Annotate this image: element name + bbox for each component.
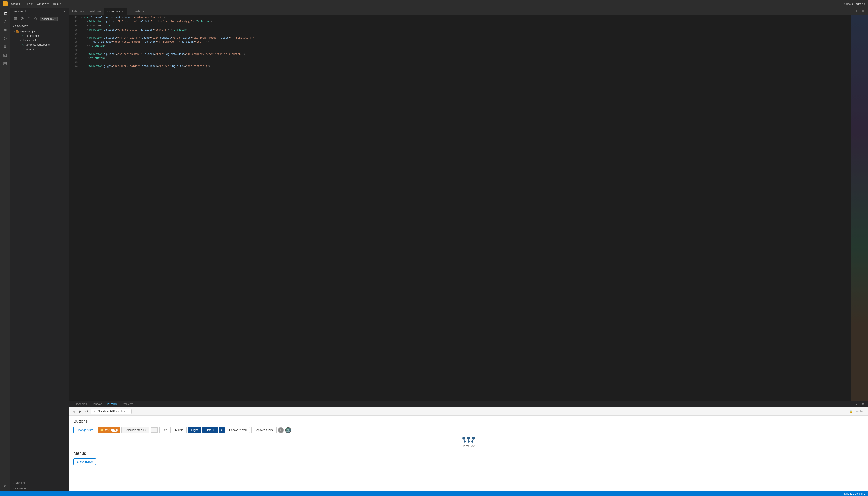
chevron-down-icon: ▾ <box>47 2 49 5</box>
menu-file[interactable]: File ▾ <box>24 1 34 6</box>
bottom-panel-controls: ▲ ✕ <box>854 402 866 406</box>
search-button[interactable] <box>33 16 38 21</box>
code-editor[interactable]: 32 33 34 35 36 37 38 39 40 41 42 43 44 <… <box>69 15 868 401</box>
split-editor-button[interactable] <box>855 9 861 14</box>
sidebar: Workbench ··· <box>10 7 69 491</box>
pencil-avatar: ✏ <box>278 427 284 433</box>
import-expand-icon: › <box>13 482 14 485</box>
more-tabs-button[interactable] <box>861 9 866 14</box>
activity-explorer[interactable] <box>1 9 9 17</box>
preview-selection-menu-button[interactable]: Selection menu ▾ <box>122 427 149 433</box>
menus-section: Menus Show menus <box>74 451 864 465</box>
svg-rect-20 <box>4 62 5 64</box>
import-section[interactable]: › IMPORT <box>10 480 69 486</box>
menu-window[interactable]: Window ▾ <box>35 1 50 6</box>
tab-controller[interactable]: controller.js <box>127 7 147 15</box>
preview-back-button[interactable]: ◀ <box>71 409 76 414</box>
activity-chevrons[interactable] <box>1 482 9 490</box>
line-numbers: 32 33 34 35 36 37 38 39 40 41 42 43 44 <box>69 15 79 401</box>
preview-url-input[interactable] <box>91 409 131 414</box>
preview-right-button[interactable]: Right <box>188 427 201 433</box>
preview-show-menus-button[interactable]: Show menus <box>74 459 96 465</box>
cursor-position: Line 32 : Column 2 <box>844 492 866 495</box>
svg-rect-3 <box>5 12 6 13</box>
preview-forward-button[interactable]: ▶ <box>78 409 83 414</box>
menu-help[interactable]: Help ▾ <box>51 1 63 6</box>
activity-extensions[interactable] <box>1 60 9 67</box>
project-tree: ▾ my-ui-project {·} controller.js ◻ inde… <box>10 28 69 52</box>
tab-console[interactable]: Console <box>89 401 105 407</box>
menus-section-title: Menus <box>74 451 864 456</box>
refresh-button[interactable] <box>26 16 32 21</box>
file-view[interactable]: {·} view.js <box>10 47 69 51</box>
file-icon-controller: {·} <box>20 34 25 37</box>
preview-change-state-button[interactable]: Change state <box>74 427 96 433</box>
preview-default-button[interactable]: Default <box>203 427 218 433</box>
code-line-37: <fd-button dg-label="{{ btnText }}" badg… <box>81 36 849 40</box>
activity-debug[interactable] <box>1 35 9 42</box>
preview-grid-button[interactable] <box>150 427 158 433</box>
code-line-39: </fd-button> <box>81 44 849 48</box>
activity-database[interactable] <box>1 43 9 51</box>
dot <box>468 440 470 443</box>
project-name: my-ui-project <box>20 30 36 33</box>
preview-content: ◀ ▶ ↺ 🔓 Unlocked Buttons <box>69 407 868 491</box>
tab-close-html[interactable]: ✕ <box>121 10 124 13</box>
workspace-selector[interactable]: workspace ▾ <box>40 17 58 21</box>
code-line-36 <box>81 32 849 36</box>
activity-terminal[interactable] <box>1 51 9 59</box>
project-item[interactable]: ▾ my-ui-project <box>10 29 69 34</box>
minimap-preview <box>851 15 868 401</box>
code-line-43 <box>81 60 849 64</box>
svg-line-30 <box>36 19 37 20</box>
folder-icon: 📁 <box>100 429 103 431</box>
filename-html: index.html <box>23 38 36 42</box>
sidebar-projects-section: ▾ PROJECTS ▾ my-ui-project {·} controlle… <box>10 23 69 52</box>
dropdown-arrow-icon: ▾ <box>145 429 146 431</box>
svg-point-39 <box>287 429 289 431</box>
chevron-down-icon: ▾ <box>852 2 853 5</box>
svg-rect-26 <box>15 19 16 20</box>
preview-left-button[interactable]: Left <box>159 427 171 433</box>
dots-row-2 <box>464 440 473 443</box>
svg-point-14 <box>4 46 6 46</box>
preview-popover-sublist-button[interactable]: Popover sublist <box>251 427 277 433</box>
tab-problems[interactable]: Problems <box>119 401 136 407</box>
play-button[interactable] <box>19 16 25 21</box>
panel-close-button[interactable]: ✕ <box>861 402 866 406</box>
admin-menu[interactable]: admin ▾ <box>856 2 866 5</box>
tab-preview[interactable]: Preview <box>105 401 119 407</box>
theme-menu[interactable]: Theme ▾ <box>842 2 853 5</box>
preview-refresh-button[interactable]: ↺ <box>84 409 89 414</box>
filename-template: template-wrapper.js <box>26 43 50 46</box>
preview-split-arrow-button[interactable]: ▾ <box>219 427 225 433</box>
activity-git[interactable] <box>1 26 9 34</box>
svg-rect-2 <box>4 12 5 15</box>
photo-avatar <box>285 427 291 433</box>
activity-search[interactable] <box>1 18 9 25</box>
save-button[interactable] <box>13 16 18 21</box>
bottom-panel-tabs: Properties Console Preview Problems ▲ ✕ <box>69 401 868 407</box>
search-section[interactable]: › SEARCH <box>10 486 69 491</box>
tab-properties[interactable]: Properties <box>72 401 89 407</box>
file-controller[interactable]: {·} controller.js <box>10 34 69 38</box>
tab-html[interactable]: index.html ✕ <box>105 7 127 15</box>
code-line-38: dg-aria-desc="Just testing stuff" dg-typ… <box>81 40 849 44</box>
file-template-wrapper[interactable]: {·} template-wrapper.js <box>10 43 69 47</box>
tab-mjs[interactable]: index.mjs <box>69 7 87 15</box>
code-line-32: <body fd-scrollbar dg-contextmenu="conte… <box>81 16 849 20</box>
tab-welcome[interactable]: Welcome <box>87 7 105 15</box>
code-content[interactable]: <body fd-scrollbar dg-contextmenu="conte… <box>79 15 851 401</box>
sidebar-header-actions: ··· <box>63 9 66 13</box>
projects-header[interactable]: ▾ PROJECTS <box>10 24 69 28</box>
activity-bar <box>0 7 10 491</box>
sidebar-more-button[interactable]: ··· <box>63 9 66 13</box>
file-index-html[interactable]: ◻ index.html <box>10 38 69 43</box>
panel-collapse-button[interactable]: ▲ <box>854 402 859 406</box>
preview-test-button[interactable]: 📁 test 121 <box>98 427 120 433</box>
preview-popover-scroll-button[interactable]: Popover scroll <box>226 427 250 433</box>
topbar-right: Theme ▾ admin ▾ <box>842 2 866 5</box>
code-line-33: <fd-button dg-label="Reload view" onClic… <box>81 20 849 24</box>
preview-middle-button[interactable]: Middle <box>172 427 187 433</box>
app-logo: c <box>2 1 7 6</box>
